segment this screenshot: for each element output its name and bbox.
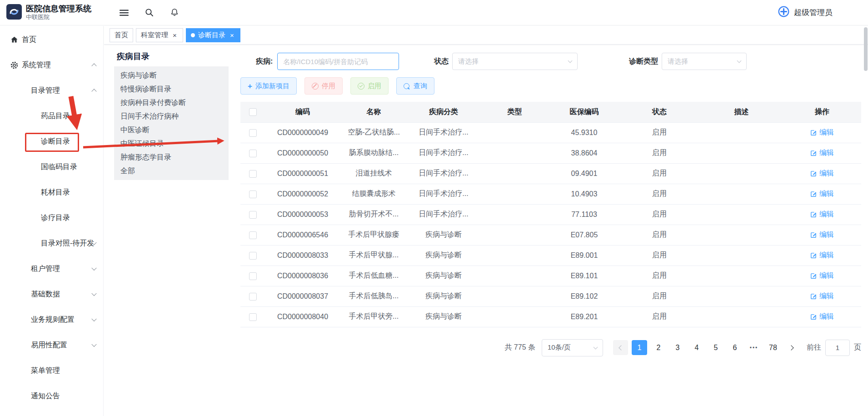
enable-button[interactable]: 启用 xyxy=(350,77,389,95)
search-icon[interactable] xyxy=(145,8,154,17)
catalog-item[interactable]: 中医证候目录 xyxy=(114,137,229,150)
edit-button[interactable]: 编辑 xyxy=(810,230,834,240)
cell-name: 手术后甲状腺瘘 xyxy=(340,225,407,245)
page-button[interactable]: 4 xyxy=(689,340,704,355)
page-button[interactable]: 1 xyxy=(632,340,647,355)
edit-button[interactable]: 编辑 xyxy=(810,128,834,137)
catalog-item[interactable]: 中医诊断 xyxy=(114,123,229,137)
edit-button[interactable]: 编辑 xyxy=(810,291,834,301)
sidebar-item[interactable]: 诊断目录 xyxy=(0,129,103,154)
diagnosis-type-select-value: 请选择 xyxy=(668,57,688,66)
sidebar-item[interactable]: 诊疗目录 xyxy=(0,205,103,231)
cell-name: 空肠-乙状结肠... xyxy=(340,122,407,143)
table-header-row: 编码 名称 疾病分类 类型 医保编码 状态 描述 操作 xyxy=(240,102,861,122)
edit-button[interactable]: 编辑 xyxy=(810,312,834,321)
page-button[interactable]: 78 xyxy=(765,340,781,355)
edit-icon xyxy=(810,313,817,320)
cell-code: CD0000008036 xyxy=(265,266,340,286)
edit-button[interactable]: 编辑 xyxy=(810,210,834,219)
tab[interactable]: 诊断目录 xyxy=(186,28,240,42)
cell-name: 手术后甲状旁... xyxy=(340,306,407,327)
edit-button[interactable]: 编辑 xyxy=(810,271,834,281)
row-checkbox[interactable] xyxy=(249,231,257,239)
tab-close-icon[interactable] xyxy=(229,32,235,39)
sidebar-item[interactable]: 耗材目录 xyxy=(0,180,103,205)
sidebar-item[interactable]: 租户管理 xyxy=(0,256,103,281)
row-checkbox[interactable] xyxy=(249,150,257,157)
row-checkbox[interactable] xyxy=(249,170,257,178)
sidebar-item[interactable]: 目录对照-待开发 xyxy=(0,231,103,256)
edit-button[interactable]: 编辑 xyxy=(810,251,834,260)
cell-name: 手术后甲状腺... xyxy=(340,245,407,266)
query-button[interactable]: 查询 xyxy=(396,77,434,95)
sidebar-item[interactable]: 国临码目录 xyxy=(0,154,103,180)
sidebar-item[interactable]: 菜单管理 xyxy=(0,358,103,383)
row-checkbox[interactable] xyxy=(249,211,257,219)
status-select[interactable]: 请选择 xyxy=(452,53,578,70)
sidebar-item-label: 系统管理 xyxy=(22,60,51,70)
collapse-menu-icon[interactable] xyxy=(119,8,129,18)
enable-label: 启用 xyxy=(368,82,381,90)
row-checkbox[interactable] xyxy=(249,272,257,280)
row-checkbox[interactable] xyxy=(249,252,257,260)
catalog-item[interactable]: 全部 xyxy=(114,164,229,178)
tab[interactable]: 首页 xyxy=(110,28,133,42)
disease-search-input[interactable] xyxy=(277,53,399,70)
cell-description xyxy=(700,225,783,245)
tab-label: 首页 xyxy=(115,31,128,40)
sidebar-item[interactable]: 药品目录 xyxy=(0,103,103,129)
page-button[interactable]: 2 xyxy=(651,340,666,355)
select-all-checkbox[interactable] xyxy=(249,108,257,116)
page-button[interactable]: 6 xyxy=(727,340,743,355)
sidebar-item[interactable]: 通知公告 xyxy=(0,383,103,409)
edit-icon xyxy=(810,231,817,238)
edit-button[interactable]: 编辑 xyxy=(810,189,834,199)
edit-label: 编辑 xyxy=(819,312,834,321)
scrollbar-thumb[interactable] xyxy=(864,27,868,71)
row-checkbox[interactable] xyxy=(249,190,257,198)
catalog-item[interactable]: 按病种目录付费诊断 xyxy=(114,96,229,110)
sidebar-item[interactable]: 基础数据 xyxy=(0,281,103,307)
bell-icon[interactable] xyxy=(170,8,180,18)
tab-close-icon[interactable] xyxy=(171,32,178,39)
catalog-item[interactable]: 日间手术治疗病种 xyxy=(114,110,229,123)
search-icon xyxy=(404,83,409,89)
goto-page-input[interactable] xyxy=(825,340,850,356)
tab[interactable]: 科室管理 xyxy=(136,28,183,42)
page-size-select[interactable]: 10条/页 xyxy=(542,339,603,356)
user-area[interactable]: 超级管理员 xyxy=(778,5,868,20)
cell-status: 启用 xyxy=(619,122,700,143)
cell-insurance-code: 45.9310 xyxy=(549,122,619,143)
edit-label: 编辑 xyxy=(819,148,834,158)
chevron-icon xyxy=(91,316,96,321)
gear-icon xyxy=(10,61,19,70)
edit-button[interactable]: 编辑 xyxy=(810,148,834,158)
catalog-item[interactable]: 疾病与诊断 xyxy=(114,69,229,82)
catalog-item[interactable]: 特慢病诊断目录 xyxy=(114,82,229,96)
sidebar-item[interactable]: 业务规则配置 xyxy=(0,307,103,332)
catalog-item[interactable]: 肿瘤形态学目录 xyxy=(114,150,229,164)
add-item-button[interactable]: 添加新项目 xyxy=(240,77,297,95)
ban-circle-icon xyxy=(312,83,319,90)
row-checkbox[interactable] xyxy=(249,129,257,137)
sidebar-item[interactable]: 首页 xyxy=(0,27,103,52)
cell-code: CD0000000051 xyxy=(265,163,340,184)
sidebar-item[interactable]: 系统管理 xyxy=(0,52,103,78)
edit-button[interactable]: 编辑 xyxy=(810,169,834,178)
sidebar-item-label: 菜单管理 xyxy=(31,366,60,376)
page-button[interactable]: 5 xyxy=(708,340,723,355)
diagnosis-type-select[interactable]: 请选择 xyxy=(662,53,747,70)
row-checkbox[interactable] xyxy=(249,313,257,321)
edit-label: 编辑 xyxy=(819,210,834,219)
page-button[interactable]: ••• xyxy=(746,340,762,355)
next-page-button[interactable] xyxy=(784,340,799,355)
disable-button[interactable]: 停用 xyxy=(304,77,343,95)
brand-area: 医院信息管理系统 中联医院 xyxy=(0,4,104,21)
sidebar-item[interactable]: 目录管理 xyxy=(0,78,103,103)
page-button[interactable]: 3 xyxy=(670,340,685,355)
prev-page-button[interactable] xyxy=(613,340,628,355)
column-header: 疾病分类 xyxy=(407,102,480,122)
cell-description xyxy=(700,143,783,163)
sidebar-item[interactable]: 易用性配置 xyxy=(0,332,103,358)
row-checkbox[interactable] xyxy=(249,293,257,301)
